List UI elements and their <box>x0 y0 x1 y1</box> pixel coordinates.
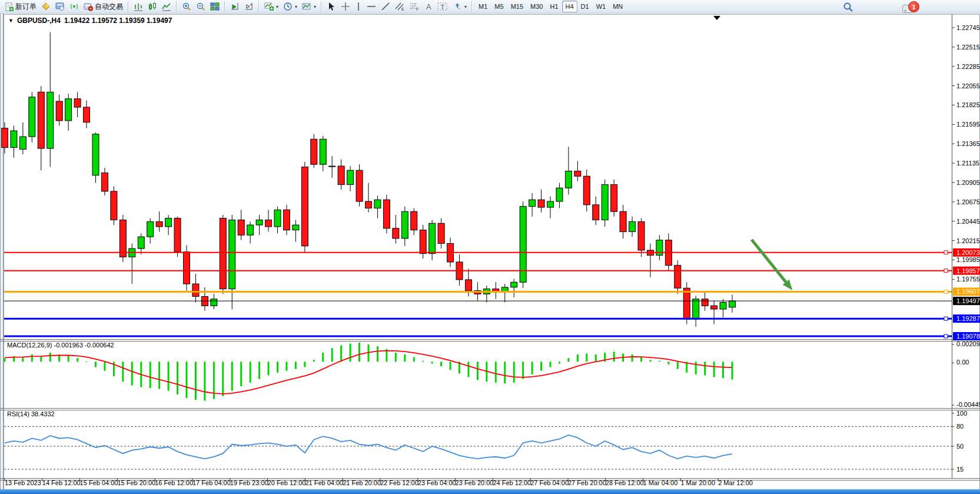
timeframe-h1-button[interactable]: H1 <box>546 1 562 12</box>
new-order-button[interactable]: 新订单 <box>2 0 39 13</box>
autotrade-button[interactable]: 自动交易 <box>81 0 125 13</box>
bear-candle <box>238 220 244 236</box>
line-chart-mode-button[interactable] <box>160 0 174 13</box>
macd-histogram-bar <box>22 357 24 362</box>
bull-candle <box>347 170 354 184</box>
bear-candle <box>356 170 363 201</box>
macd-histogram-bar <box>732 362 733 379</box>
macd-histogram-bar <box>350 343 351 362</box>
chart-shift-button[interactable] <box>242 0 256 13</box>
text-tool-button[interactable]: A <box>422 0 435 13</box>
macd-histogram-bar <box>31 354 33 362</box>
bull-candle <box>147 221 154 237</box>
charts-window-button[interactable] <box>53 0 67 13</box>
auto-scroll-button[interactable] <box>228 0 242 13</box>
line-handle <box>944 269 948 273</box>
new-order-icon <box>5 2 14 11</box>
horizontal-line-tool-button[interactable] <box>364 0 378 13</box>
zoom-out-button[interactable] <box>194 0 208 13</box>
timeframe-m1-button[interactable]: M1 <box>475 1 491 12</box>
macd-scale-label: 0.002095 <box>956 340 980 347</box>
date-axis-label: 22 Feb 12:00 <box>380 479 418 486</box>
fibonacci-tool-button[interactable]: F <box>407 0 422 13</box>
toolbar-separator <box>224 1 225 12</box>
macd-histogram-bar <box>659 361 660 362</box>
macd-histogram-bar <box>131 362 133 385</box>
line-price-badge-text: 1.19857 <box>956 267 980 274</box>
macd-histogram-bar <box>158 362 160 389</box>
timeframe-m15-button[interactable]: M15 <box>507 1 527 12</box>
toolbar-separator <box>471 1 473 12</box>
macd-histogram-bar <box>649 360 651 362</box>
macd-histogram-bar <box>713 362 715 377</box>
templates-button[interactable]: ▾ <box>300 0 318 13</box>
bear-candle <box>675 266 681 289</box>
candlestick-mode-button[interactable] <box>145 0 160 13</box>
bear-candle <box>220 218 226 289</box>
market-watch-button[interactable] <box>39 0 53 13</box>
crosshair-icon <box>341 2 350 11</box>
price-axis-tick-label: 1.19755 <box>956 276 980 283</box>
date-axis-label: 15 Feb 20:00 <box>117 479 155 486</box>
periods-button[interactable]: ▾ <box>281 0 300 13</box>
macd-histogram-bar <box>340 346 342 362</box>
crosshair-tool-button[interactable] <box>338 0 353 13</box>
bear-candle <box>2 128 8 148</box>
taskbar-edge <box>0 489 980 494</box>
vertical-line-tool-button[interactable] <box>353 0 364 13</box>
macd-histogram-bar <box>240 362 242 386</box>
macd-histogram-bar <box>186 362 188 398</box>
bull-candle <box>511 282 517 287</box>
periods-dropdown-arrow[interactable]: ▾ <box>295 4 297 9</box>
bear-candle <box>111 191 117 220</box>
timeframe-m5-button[interactable]: M5 <box>491 1 507 12</box>
bar-chart-mode-button[interactable] <box>131 0 145 13</box>
timeframe-w1-button[interactable]: W1 <box>593 1 610 12</box>
rsi-scale-label: 100 <box>956 410 967 417</box>
line-price-badge-text: 1.20073 <box>956 249 980 256</box>
date-axis-label: 27 Feb 20:00 <box>568 479 606 486</box>
timeframe-mn-button[interactable]: MN <box>609 1 626 12</box>
bear-candle <box>301 167 308 246</box>
date-axis-label: 24 Feb 12:00 <box>493 479 531 486</box>
arrows-dropdown-arrow[interactable]: ▾ <box>464 4 467 9</box>
templates-dropdown-arrow[interactable]: ▾ <box>314 4 316 9</box>
trendline-tool-button[interactable] <box>378 0 393 13</box>
indicators-dropdown-arrow[interactable]: ▾ <box>276 4 278 9</box>
timeframe-m30-button[interactable]: M30 <box>527 1 546 12</box>
macd-histogram-bar <box>331 348 333 362</box>
macd-histogram-bar <box>640 357 642 362</box>
cursor-icon <box>327 2 336 11</box>
timeframe-d1-button[interactable]: D1 <box>577 1 593 12</box>
bull-candle <box>374 200 381 208</box>
date-axis-label: 17 Feb 04:00 <box>192 479 231 486</box>
line-price-badge-text: 1.19078 <box>956 333 980 340</box>
zoom-in-button[interactable] <box>180 0 194 13</box>
bull-candle <box>274 210 281 227</box>
indicators-button[interactable]: ▾ <box>262 0 281 13</box>
cursor-tool-button[interactable] <box>324 0 338 13</box>
arrows-tool-button[interactable]: ▾ <box>450 0 469 13</box>
chart-title-expand-icon[interactable]: ▼ <box>8 18 14 24</box>
autotrade-icon <box>84 2 93 11</box>
signals-button[interactable] <box>67 0 81 13</box>
line-handle <box>944 317 948 320</box>
macd-histogram-bar <box>4 358 6 362</box>
date-axis-label: 2 Mar 12:00 <box>718 479 753 486</box>
text-label-tool-button[interactable]: T <box>435 0 450 13</box>
bear-candle <box>465 280 471 291</box>
price-axis-tick-label: 1.21595 <box>956 121 980 128</box>
date-axis-label: 21 Feb 20:00 <box>343 479 381 486</box>
tile-windows-button[interactable] <box>208 0 222 13</box>
search-icon[interactable] <box>843 2 853 15</box>
current-price-badge-text: 1.19497 <box>956 297 980 304</box>
macd-histogram-bar <box>495 362 497 382</box>
date-axis-label: 1 Mar 04:00 <box>643 479 678 486</box>
timeframe-h4-button[interactable]: H4 <box>562 1 577 12</box>
date-axis-label: 13 Feb 2023 <box>5 479 41 486</box>
macd-histogram-bar <box>404 354 406 362</box>
date-axis-label: 20 Feb 12:00 <box>268 479 306 486</box>
bear-candle <box>174 218 181 252</box>
notification-badge[interactable]: 1 <box>908 1 919 12</box>
equidistant-channel-tool-button[interactable]: E <box>393 0 407 13</box>
